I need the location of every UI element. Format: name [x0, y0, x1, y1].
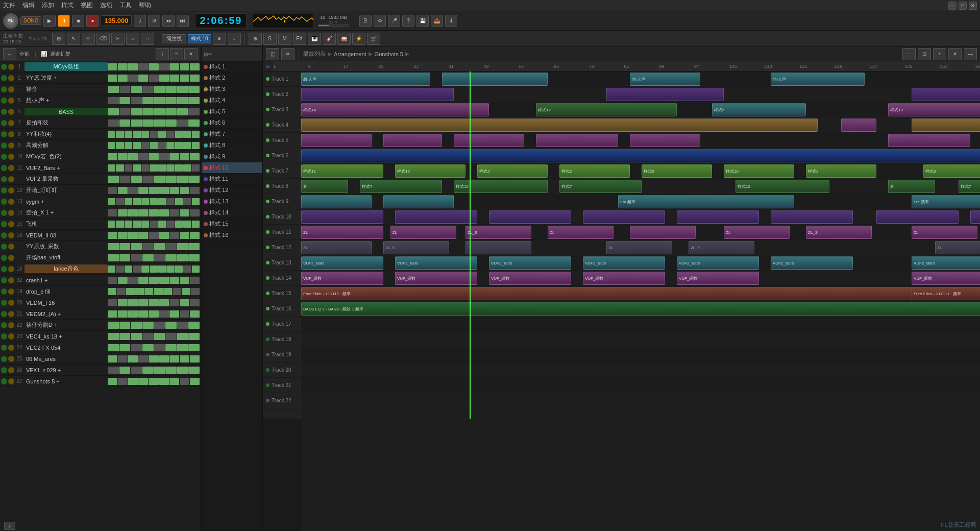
stop-button[interactable]: ■	[72, 15, 84, 27]
ch-mute-btn[interactable]	[8, 356, 14, 362]
track-row[interactable]: 开样式7样式15样式7样式15开样式7	[301, 179, 980, 194]
channel-row[interactable]: 7 反拍和弦	[0, 117, 201, 129]
pattern-item[interactable]: 样式 3	[202, 84, 262, 95]
ch-name-label[interactable]: vygm +	[24, 199, 108, 205]
clip-block[interactable]	[383, 134, 442, 147]
clip-block[interactable]: Free Filter - 111111 · 频率	[301, 287, 980, 300]
arr-arrangement-link[interactable]: Arrangement	[334, 51, 366, 57]
clip-block[interactable]: ZL_S	[383, 241, 449, 254]
ch-name-label[interactable]: MCyy若_色(2)	[24, 153, 108, 160]
clip-block[interactable]: 开	[301, 180, 348, 193]
ch-mute-btn[interactable]	[8, 154, 14, 160]
ch-mute-btn[interactable]	[8, 120, 14, 126]
clip-block[interactable]: ZL	[390, 226, 456, 239]
clip-block[interactable]: VUF2_Bars	[771, 256, 853, 270]
channel-row[interactable]: 19 drop_e fill	[0, 286, 201, 297]
track-label-item[interactable]: Track 18	[263, 332, 301, 347]
pattern-item[interactable]: 样式 10	[202, 162, 262, 174]
clip-block[interactable]: 样式14	[301, 103, 489, 116]
ch-mute-btn[interactable]	[8, 221, 14, 227]
ch-power-btn[interactable]	[1, 120, 7, 126]
fx-btn[interactable]: FX	[293, 33, 306, 45]
clip-block[interactable]: ZL	[301, 241, 372, 254]
ch-name-label[interactable]: crash1 +	[24, 277, 108, 283]
ch-power-btn[interactable]	[1, 210, 7, 216]
channel-row[interactable]: 15 飞机	[0, 219, 201, 230]
clip-block[interactable]	[301, 134, 372, 147]
track-label-item[interactable]: Track 21	[263, 378, 301, 393]
ch-power-btn[interactable]	[1, 221, 7, 227]
help-question-button[interactable]: ?	[402, 15, 414, 27]
mute-btn[interactable]: M	[278, 33, 291, 45]
ch-mute-btn[interactable]	[8, 288, 14, 295]
clip-block[interactable]	[301, 149, 980, 162]
ch-power-btn[interactable]	[1, 64, 7, 70]
ch-power-btn[interactable]	[1, 232, 7, 238]
track-label-item[interactable]: Track 9	[263, 194, 301, 209]
minimize-button[interactable]: —	[948, 2, 957, 10]
clip-block[interactable]: 样式3	[923, 164, 980, 178]
ch-name-label[interactable]: 06 Ma_ares	[24, 356, 108, 362]
clip-block[interactable]	[724, 195, 794, 208]
ch-mute-btn[interactable]	[8, 232, 14, 238]
ch-mute-btn[interactable]	[8, 378, 14, 384]
clip-block[interactable]: ZL_S	[806, 226, 872, 239]
pattern-item[interactable]: 样式 16	[202, 230, 262, 241]
clip-block[interactable]	[383, 195, 454, 208]
ch-name-label[interactable]: YY原.过度 +	[24, 74, 108, 82]
channel-row[interactable]: 24 VEC2 FX 054	[0, 342, 201, 353]
pattern-item[interactable]: 样式 11	[202, 174, 262, 185]
track-label-item[interactable]: Track 2	[263, 87, 301, 102]
ch-power-btn[interactable]	[1, 98, 7, 104]
menu-file[interactable]: 文件	[3, 1, 15, 10]
clip-block[interactable]	[771, 210, 853, 224]
channel-row[interactable]: 1 MCyy鼓组	[0, 61, 201, 73]
clip-block[interactable]: VUF_采数	[395, 272, 477, 285]
track-row[interactable]	[301, 317, 980, 332]
arr-snap[interactable]: ◫	[266, 48, 279, 60]
arrow-tool[interactable]: ↖	[67, 33, 80, 45]
cut-tool[interactable]: ✂	[111, 33, 125, 45]
menu-edit[interactable]: 编辑	[22, 1, 35, 10]
ch-mute-btn[interactable]	[8, 109, 14, 115]
channel-row[interactable]: 10 MCyy若_色(2)	[0, 151, 201, 162]
channel-row[interactable]: 5 想·人声 +	[0, 95, 201, 106]
clip-block[interactable]: 样式7	[559, 180, 642, 193]
channel-row[interactable]: 27 Gunshots 5 +	[0, 376, 201, 387]
clip-block[interactable]: 样式2	[806, 164, 876, 178]
save-button[interactable]: 💾	[416, 15, 429, 27]
clip-block[interactable]	[489, 210, 571, 224]
clip-block[interactable]	[876, 210, 959, 224]
channel-row[interactable]: 16 VEDM_II 08	[0, 230, 201, 241]
clip-block[interactable]: ZL	[606, 241, 672, 254]
mute-tool[interactable]: ○	[126, 33, 139, 45]
ch-mute-btn[interactable]	[8, 98, 14, 104]
ch-power-btn[interactable]	[1, 109, 7, 115]
clip-block[interactable]: Fre·频率	[912, 195, 980, 208]
ch-mute-btn[interactable]	[8, 333, 14, 340]
clip-block[interactable]: 样式15	[454, 180, 548, 193]
clip-block[interactable]: ZL	[301, 226, 383, 239]
pause-button[interactable]: ⏸	[58, 15, 70, 27]
ch-power-btn[interactable]	[1, 255, 7, 261]
pattern-item[interactable]: 样式 4	[202, 95, 262, 106]
clip-block[interactable]	[536, 134, 618, 147]
ch-power-btn[interactable]	[1, 322, 7, 328]
track-label-item[interactable]: Track 15	[263, 286, 301, 301]
track-content[interactable]: 想·人声想·人声想·人声想·人声样式14样式12样式6样式13样式13样式14样…	[301, 71, 980, 531]
ch-name-label[interactable]: drop_e fill	[24, 288, 108, 295]
render-button[interactable]: 📤	[431, 15, 443, 27]
clip-block[interactable]	[606, 88, 724, 101]
track-row[interactable]	[301, 363, 980, 378]
track-label-item[interactable]: Track 22	[263, 393, 301, 408]
clip-block[interactable]	[677, 210, 759, 224]
clip-block[interactable]: 开	[888, 180, 935, 193]
clip-block[interactable]	[630, 134, 700, 147]
arr-zoom-out[interactable]: −	[902, 48, 916, 60]
arr-min[interactable]: —	[964, 48, 977, 60]
ch-mute-btn[interactable]	[8, 244, 14, 250]
channel-row[interactable]: 11 VUF2_Bars +	[0, 162, 201, 174]
ch-mute-btn[interactable]	[8, 131, 14, 137]
clip-block[interactable]: VUF2_Bars	[583, 256, 665, 270]
bpm-display[interactable]: 135.000	[101, 15, 132, 26]
